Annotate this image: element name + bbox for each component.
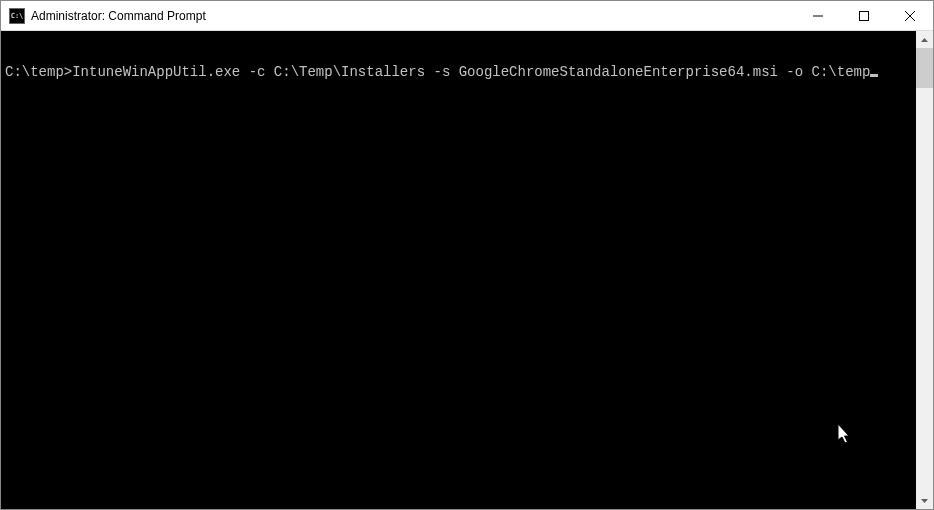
- scroll-down-button[interactable]: [916, 492, 933, 509]
- empty-line: [5, 48, 13, 64]
- console-content[interactable]: C:\temp>IntuneWinAppUtil.exe -c C:\Temp\…: [1, 31, 916, 509]
- cmd-icon: C:\: [9, 8, 25, 24]
- chevron-down-icon: [921, 499, 928, 503]
- chevron-up-icon: [921, 38, 928, 42]
- scroll-track[interactable]: [916, 48, 933, 492]
- close-icon: [905, 11, 915, 21]
- text-cursor: [870, 74, 878, 77]
- scroll-up-button[interactable]: [916, 31, 933, 48]
- command-text: IntuneWinAppUtil.exe -c C:\Temp\Installe…: [72, 64, 870, 80]
- svg-rect-1: [860, 11, 869, 20]
- command-prompt-window: C:\ Administrator: Command Prompt: [0, 0, 934, 510]
- window-title: Administrator: Command Prompt: [31, 9, 795, 23]
- scroll-thumb[interactable]: [916, 48, 933, 88]
- close-button[interactable]: [887, 1, 933, 30]
- console-area[interactable]: C:\temp>IntuneWinAppUtil.exe -c C:\Temp\…: [1, 31, 933, 509]
- vertical-scrollbar[interactable]: [916, 31, 933, 509]
- maximize-icon: [859, 11, 869, 21]
- minimize-icon: [813, 11, 823, 21]
- prompt-text: C:\temp>: [5, 64, 72, 80]
- window-controls: [795, 1, 933, 30]
- maximize-button[interactable]: [841, 1, 887, 30]
- titlebar[interactable]: C:\ Administrator: Command Prompt: [1, 1, 933, 31]
- minimize-button[interactable]: [795, 1, 841, 30]
